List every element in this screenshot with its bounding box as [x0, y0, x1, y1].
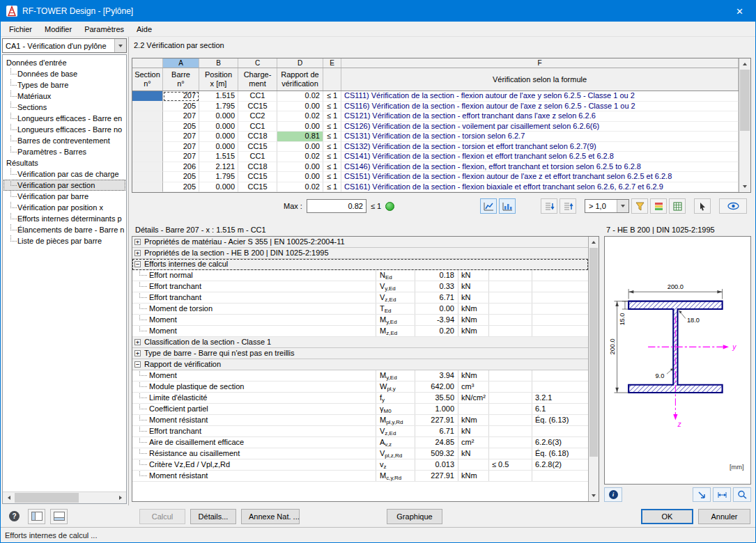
- details-row[interactable]: MomentMy,Ed3.94kNm: [132, 370, 588, 381]
- sort-ascending-button[interactable]: [560, 198, 576, 214]
- header-chargement[interactable]: Charge- ment: [238, 68, 277, 90]
- formula-cell[interactable]: CS121) Vérification de la section - effo…: [341, 111, 739, 122]
- ratio-cell[interactable]: 0.00: [277, 162, 323, 173]
- menu-fichier[interactable]: Fichier: [3, 23, 38, 36]
- limit-cell[interactable]: ≤ 1: [323, 142, 341, 152]
- details-button[interactable]: Détails...: [190, 509, 236, 524]
- col-letter-d[interactable]: D: [277, 58, 323, 68]
- barre-cell[interactable]: 205: [163, 182, 199, 193]
- barre-cell[interactable]: 207: [163, 132, 199, 142]
- select-in-graphic-button[interactable]: [694, 198, 711, 214]
- section-number-cell[interactable]: [132, 91, 163, 102]
- section-number-cell[interactable]: [132, 162, 163, 173]
- details-row[interactable]: Effort normalNEd0.18kN: [132, 270, 588, 281]
- limit-cell[interactable]: ≤ 1: [323, 111, 341, 122]
- header-position[interactable]: Position x [m]: [199, 68, 238, 90]
- barre-cell[interactable]: 205: [163, 122, 199, 132]
- section-number-cell[interactable]: [132, 132, 163, 142]
- color-scale-button[interactable]: [650, 198, 667, 214]
- details-group-row[interactable]: +Type de barre - Barre qui n'est pas en …: [132, 348, 588, 359]
- sidebar-item[interactable]: Longueurs efficaces - Barre en: [3, 113, 125, 124]
- sidebar-item[interactable]: Paramètres - Barres: [3, 146, 125, 157]
- ratio-cell[interactable]: 0.00: [277, 142, 323, 152]
- scroll-up-button[interactable]: [589, 237, 599, 248]
- header-limit[interactable]: [323, 68, 341, 90]
- excel-export-button[interactable]: [669, 198, 686, 214]
- loadcase-cell[interactable]: CC1: [238, 122, 277, 132]
- formula-cell[interactable]: CS132) Vérification de la section - tors…: [341, 142, 739, 152]
- table-row[interactable]: 2070.000CC150.00≤ 1CS132) Vérification d…: [132, 142, 739, 152]
- expand-icon[interactable]: +: [134, 339, 141, 345]
- loadcase-cell[interactable]: CC15: [238, 102, 277, 112]
- loadcase-cell[interactable]: CC1: [238, 91, 277, 102]
- vscroll-track[interactable]: [589, 248, 599, 490]
- table-row[interactable]: 2062.121CC180.00≤ 1CS146) Vérification d…: [132, 162, 739, 173]
- formula-cell[interactable]: CS151) Vérification de la section - flex…: [341, 172, 739, 182]
- limit-cell[interactable]: ≤ 1: [323, 122, 341, 132]
- table-row[interactable]: 2050.000CC150.02≤ 1CS161) Vérification d…: [132, 182, 739, 193]
- ratio-cell[interactable]: 0.81: [277, 132, 323, 142]
- details-group-row[interactable]: +Propriétés de matériau - Acier S 355 | …: [132, 237, 588, 248]
- barre-cell[interactable]: 205: [163, 102, 199, 112]
- menu-aide[interactable]: Aide: [130, 23, 158, 36]
- navigator-group[interactable]: Résultats: [3, 157, 125, 168]
- header-rapport[interactable]: Rapport de vérification: [277, 68, 323, 90]
- result-diagram-button[interactable]: [480, 198, 497, 214]
- position-cell[interactable]: 0.000: [199, 142, 238, 152]
- loadcase-cell[interactable]: CC18: [238, 132, 277, 142]
- menu-parametres[interactable]: Paramètres: [78, 23, 130, 36]
- sidebar-item[interactable]: Matériaux: [3, 90, 125, 102]
- vscroll-thumb[interactable]: [589, 248, 598, 457]
- scroll-right-button[interactable]: [114, 492, 126, 503]
- col-letter-c[interactable]: C: [238, 58, 277, 68]
- formula-cell[interactable]: CS126) Vérification de la section - voil…: [341, 122, 739, 132]
- info-button[interactable]: i: [604, 487, 622, 502]
- loadcase-cell[interactable]: CC15: [238, 182, 277, 193]
- position-cell[interactable]: 0.000: [199, 122, 238, 132]
- table-row[interactable]: 2050.000CC10.00≤ 1CS126) Vérification de…: [132, 122, 739, 132]
- col-letter-f[interactable]: F: [341, 58, 739, 68]
- app-icon[interactable]: [6, 6, 17, 17]
- position-cell[interactable]: 1.795: [199, 172, 238, 182]
- case-selector-arrow[interactable]: [114, 39, 126, 52]
- header-section[interactable]: Section n°: [132, 68, 163, 90]
- sidebar-item[interactable]: Sections: [3, 102, 125, 113]
- ratio-cell[interactable]: 0.00: [277, 102, 323, 112]
- details-row[interactable]: Moment résistantMc,y,Rd227.91kNm: [132, 471, 588, 482]
- scroll-up-button[interactable]: [739, 58, 750, 70]
- formula-cell[interactable]: CS161) Vérification de la section - flex…: [341, 182, 739, 193]
- panel-layout-left-button[interactable]: [28, 509, 45, 524]
- col-letter-b[interactable]: B: [199, 58, 238, 68]
- sidebar-item[interactable]: Vérification par position x: [3, 202, 125, 213]
- menu-modifier[interactable]: Modifier: [38, 23, 78, 36]
- table-row[interactable]: 2051.795CC150.00≤ 1CS116) Vérification d…: [132, 102, 739, 112]
- collapse-icon[interactable]: −: [134, 261, 141, 267]
- navigator-hscrollbar[interactable]: [3, 491, 126, 503]
- sidebar-item[interactable]: Barres de contreventement: [3, 135, 125, 146]
- barre-cell[interactable]: 207: [163, 91, 199, 102]
- details-row[interactable]: Moment résistantMpl,y,Rd227.91kNmÉq. (6.…: [132, 415, 588, 426]
- barre-cell[interactable]: 207: [163, 142, 199, 152]
- position-cell[interactable]: 0.000: [199, 111, 238, 122]
- sidebar-item[interactable]: Élancements de barre - Barre n: [3, 224, 125, 235]
- section-number-cell[interactable]: [132, 182, 163, 193]
- section-number-cell[interactable]: [132, 152, 163, 162]
- navigator-group[interactable]: Données d'entrée: [3, 57, 125, 68]
- details-vscrollbar[interactable]: [588, 237, 599, 501]
- barre-cell[interactable]: 206: [163, 162, 199, 173]
- details-row[interactable]: Module plastique de sectionWpl,y642.00cm…: [132, 381, 588, 393]
- barre-cell[interactable]: 207: [163, 111, 199, 122]
- details-row[interactable]: Effort tranchantVy,Ed0.33kN: [132, 281, 588, 292]
- filter-button[interactable]: [631, 198, 648, 214]
- barre-cell[interactable]: 205: [163, 172, 199, 182]
- table-row[interactable]: 2071.515CC10.02≤ 1CS111) Vérification de…: [132, 91, 739, 102]
- position-cell[interactable]: 0.000: [199, 182, 238, 193]
- ratio-cell[interactable]: 0.02: [277, 91, 323, 102]
- limit-cell[interactable]: ≤ 1: [323, 102, 341, 112]
- sidebar-item[interactable]: Efforts internes déterminants p: [3, 213, 125, 224]
- section-number-cell[interactable]: [132, 142, 163, 152]
- sidebar-item[interactable]: Longueurs efficaces - Barre no: [3, 124, 125, 135]
- header-formule[interactable]: Vérification selon la formule: [341, 68, 739, 90]
- col-letter-a[interactable]: A: [163, 58, 199, 68]
- sort-descending-button[interactable]: [541, 198, 557, 214]
